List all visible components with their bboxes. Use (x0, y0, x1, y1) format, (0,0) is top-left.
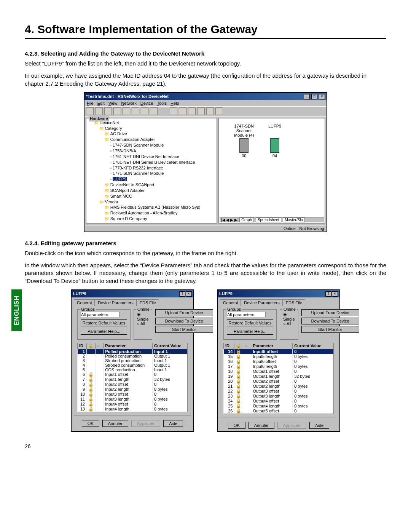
restore-defaults-button[interactable]: Restore Default Values (81, 320, 127, 326)
tb-misc1-icon[interactable] (206, 107, 214, 115)
tree-node[interactable]: HMS Fieldbus Systems AB (Hassbjer Micro … (89, 204, 214, 210)
tree-node[interactable]: 1747-SDN Scanner Module (89, 142, 214, 148)
table-row[interactable]: 12🔒Input4 offset0 (78, 402, 188, 407)
tab-eds-file[interactable]: EDS File (283, 299, 305, 306)
col-lock-icon[interactable]: 🔒 (87, 343, 96, 349)
download-button[interactable]: Download To Device (301, 318, 359, 324)
tree-node[interactable]: Smart MCC (89, 193, 214, 199)
ok-button[interactable]: OK (228, 422, 245, 429)
menu-edit[interactable]: Edit (97, 101, 105, 105)
table-row[interactable]: 10🔒Input3 offset0 (78, 392, 188, 397)
table-row[interactable]: 22🔒Output3 offset0 (224, 389, 334, 394)
menubar[interactable]: FileEditViewNetworkDeviceToolsHelp (84, 100, 327, 106)
dlg-titlebar[interactable]: LUFP9?× (72, 290, 193, 297)
table-row[interactable]: 14🔒Input5 offset0 (224, 349, 334, 354)
tb-help-icon[interactable] (150, 107, 158, 115)
col-lock-icon[interactable]: 🔒 (234, 343, 243, 349)
table-row[interactable]: 6🔒Input1 offset0 (78, 372, 188, 377)
tb-cut-icon[interactable] (123, 107, 130, 115)
cancel-button[interactable]: Annuler (102, 420, 128, 427)
dlg-titlebar[interactable]: LUFP9?× (218, 290, 339, 297)
start-monitor-button[interactable]: Start Monitor (155, 326, 213, 333)
restore-defaults-button[interactable]: Restore Default Values (227, 320, 273, 326)
tab-spreadsheet[interactable]: Spreadsheet (256, 217, 281, 222)
upload-button[interactable]: Upload From Device (155, 309, 213, 316)
table-row[interactable]: 18🔒Output1 offset0 (224, 369, 334, 374)
tb-save-icon[interactable] (104, 107, 112, 115)
tree-node[interactable]: 1770-KFD RS232 Interface (89, 165, 214, 171)
menu-tools[interactable]: Tools (157, 101, 167, 105)
help-button[interactable]: Aide (163, 420, 183, 427)
tab-device-parameters[interactable]: Device Parameters (241, 299, 283, 306)
tb-browse-icon[interactable] (197, 107, 205, 115)
radio-all[interactable]: All (283, 321, 295, 326)
table-row[interactable]: 25🔒Output4 length0 bytes (224, 404, 334, 409)
minimize-icon[interactable]: _ (304, 94, 310, 99)
radio-single[interactable]: Single (137, 312, 149, 321)
table-row[interactable]: 4Strobed consumptionOutput 1 (78, 363, 188, 367)
tree-node[interactable]: Category (89, 126, 214, 131)
tab-general[interactable]: General (74, 299, 95, 306)
tree-node[interactable]: 1761-NET-DNI Device Net Interface (89, 154, 214, 160)
col-current-value[interactable]: Current Value (293, 343, 334, 349)
col-eq-icon[interactable]: ≡ (243, 343, 251, 349)
table-row[interactable]: 15🔒Input5 length0 bytes (224, 354, 334, 359)
close-icon[interactable]: × (186, 291, 192, 297)
table-row[interactable]: 24🔒Output4 offset0 (224, 399, 334, 404)
dlg-tabs[interactable]: GeneralDevice ParametersEDS File (218, 297, 339, 306)
tab-eds-file[interactable]: EDS File (137, 299, 159, 306)
tree-node[interactable]: 1756-DNB/A (89, 148, 214, 154)
help-icon[interactable]: ? (179, 291, 185, 297)
groups-select[interactable]: All parameters (81, 312, 119, 317)
table-row[interactable]: 26🔒Output5 offset0 (224, 409, 334, 414)
tb-zoomin-icon[interactable] (170, 107, 177, 115)
table-row[interactable]: 17🔒Input6 length0 bytes (224, 364, 334, 369)
radio-single[interactable]: Single (283, 312, 295, 321)
apply-button[interactable]: Appliquer (277, 422, 306, 429)
col-current-value[interactable]: Current Value (153, 343, 188, 349)
table-row[interactable]: 23🔒Output3 length0 bytes (224, 394, 334, 399)
upload-button[interactable]: Upload From Device (301, 309, 359, 316)
col-parameter[interactable]: Parameter (251, 343, 293, 349)
tab-masterslave[interactable]: Master/Sla (283, 217, 305, 222)
help-button[interactable]: Aide (309, 422, 329, 429)
start-monitor-button[interactable]: Start Monitor (301, 326, 359, 333)
menu-help[interactable]: Help (170, 101, 179, 105)
close-icon[interactable]: × (319, 94, 325, 99)
tree-node[interactable]: 1761-NET-DNI Series B DeviceNet Interfac… (89, 160, 214, 165)
tree-node[interactable]: LUFP9 (89, 176, 214, 182)
tb-open-icon[interactable] (95, 107, 103, 115)
graph-device-lufp9[interactable]: LUFP9 04 (268, 124, 281, 158)
radio-all[interactable]: All (137, 321, 149, 326)
parameter-help-button[interactable]: Parameter Help... (227, 328, 273, 335)
ok-button[interactable]: OK (82, 420, 99, 427)
parameter-table[interactable]: ID🔒≡ParameterCurrent Value1Polled produc… (77, 343, 188, 412)
groups-select[interactable]: All parameters (227, 312, 266, 317)
col-parameter[interactable]: Parameter (104, 343, 153, 349)
tree-node[interactable]: DeviceNet to SCANport (89, 182, 214, 188)
table-row[interactable]: 3Strobed productionInput 1 (78, 358, 188, 363)
table-row[interactable]: 20🔒Output2 offset0 (224, 379, 334, 384)
toolbar[interactable] (84, 106, 327, 116)
table-row[interactable]: 8🔒Input2 offset0 (78, 382, 188, 387)
table-row[interactable]: 7🔒Input1 length32 bytes (78, 377, 188, 382)
table-row[interactable]: 16🔒Input6 offset0 (224, 359, 334, 364)
help-icon[interactable]: ? (325, 291, 331, 297)
tb-print-icon[interactable] (113, 107, 121, 115)
tab-general[interactable]: General (220, 299, 241, 306)
rsnetworx-titlebar[interactable]: *Testrhms.dnt - RSNetWorx for DeviceNet … (84, 93, 327, 100)
menu-device[interactable]: Device (140, 101, 153, 105)
table-row[interactable]: 1Polled productionInput 1 (78, 349, 188, 354)
table-row[interactable]: 11🔒Input3 length0 bytes (78, 397, 188, 402)
table-row[interactable]: 13🔒Input4 length0 bytes (78, 407, 188, 412)
menu-view[interactable]: View (108, 101, 118, 105)
table-row[interactable]: 5COS productionInput 1 (78, 367, 188, 372)
parameter-help-button[interactable]: Parameter Help... (81, 328, 127, 335)
graph-view[interactable]: 1747-SDN Scanner Module (4) 00 LUFP9 04 … (218, 118, 325, 224)
download-button[interactable]: Download To Device (155, 318, 213, 324)
table-row[interactable]: 2Polled consumptionOutput 1 (78, 354, 188, 358)
menu-network[interactable]: Network (121, 101, 136, 105)
tb-copy-icon[interactable] (132, 107, 139, 115)
cancel-button[interactable]: Annuler (249, 422, 274, 429)
tb-zoomout-icon[interactable] (179, 107, 186, 115)
